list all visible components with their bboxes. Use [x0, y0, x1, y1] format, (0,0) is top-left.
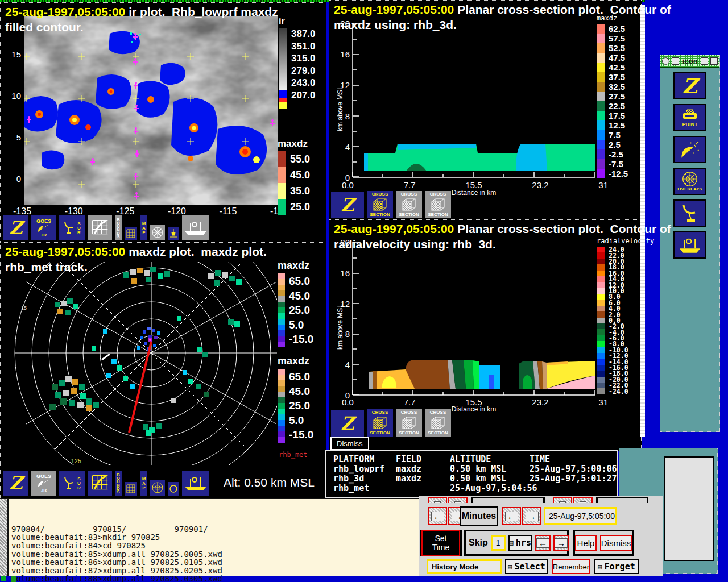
cell-time: 25-Aug-97,5:01:27: [530, 474, 617, 484]
overlays-web-button[interactable]: [150, 479, 166, 496]
small-grid-button[interactable]: [124, 226, 138, 241]
colorbar-swatch: [597, 169, 605, 178]
colorbar-swatch: [278, 409, 285, 414]
small-grid-button[interactable]: [124, 481, 138, 496]
map-button[interactable]: MAP: [139, 215, 148, 241]
colorbar-value: 207.0: [291, 90, 316, 101]
xsec-maxdz-window: 25-aug-1997,05:05:00 Planar cross-sectio…: [329, 0, 642, 221]
overlays-web-button[interactable]: [150, 224, 166, 241]
colorbar-value: 55.0: [290, 153, 310, 165]
goes-ir-button[interactable]: GOES .IR: [31, 470, 57, 496]
plot-time: 25-aug-1997,05:05:00: [334, 222, 454, 235]
dismiss-button[interactable]: Dismiss: [600, 535, 632, 551]
minutes-back-button[interactable]: ←: [428, 507, 447, 525]
zebra-logo-button[interactable]: Z: [3, 215, 29, 241]
satellite-beam-icon: [680, 140, 700, 159]
map-button[interactable]: MAP: [139, 470, 148, 496]
window-maximize-icon[interactable]: [710, 57, 718, 65]
zebra-logo-button[interactable]: Z: [673, 72, 706, 99]
ship-button[interactable]: [181, 215, 210, 241]
colorbar-value: 45.0: [289, 290, 313, 302]
plot-time: 25-aug-1997,05:05:00: [5, 245, 125, 258]
colorbar-value: 45.0: [289, 385, 313, 398]
minutes-step-forward-button[interactable]: →: [522, 507, 541, 525]
terminal-scrollbar[interactable]: [0, 499, 9, 576]
cross-section-button-active[interactable]: CROSS SECTION: [366, 409, 394, 437]
window-iconify-icon[interactable]: [672, 57, 679, 65]
colorbar-swatch: [278, 273, 285, 279]
bounds-button[interactable]: BOUNDS: [114, 215, 122, 241]
colorbar-swatch: [278, 397, 285, 403]
map-label: MAP: [142, 221, 146, 235]
colorbar-value: -15.0: [289, 429, 313, 441]
cross-section-button-active[interactable]: CROSS SECTION: [366, 190, 394, 219]
colorbar-swatch: [597, 43, 605, 53]
select-menu-button[interactable]: ▤Select: [505, 559, 548, 574]
printer-icon: [681, 109, 698, 122]
ir-maxdz-colorbar: maxdz 55.0 45.0 35.0: [278, 138, 310, 215]
radar-button[interactable]: [673, 199, 706, 227]
remember-button[interactable]: Remember: [552, 559, 590, 574]
satellite-button[interactable]: [673, 136, 706, 163]
xsec1-plot: [352, 23, 595, 178]
colorbar-swatch: [278, 437, 285, 443]
y-tick-label: 8: [336, 111, 350, 121]
time-field[interactable]: 25-Aug-97,5:05:00: [544, 507, 617, 525]
minutes-step-back-button[interactable]: ←: [502, 507, 521, 525]
cross-section-button[interactable]: CROSS SECTION: [395, 409, 423, 437]
colorbar-value: 25.0: [289, 400, 313, 412]
window-menu-icon[interactable]: [662, 57, 669, 65]
overlays-button[interactable]: OVERLAYS: [673, 168, 706, 195]
history-mode-field[interactable]: History Mode: [427, 559, 502, 574]
cross-section-button[interactable]: CROSS SECTION: [395, 190, 423, 219]
window-resize-icon[interactable]: [701, 57, 708, 65]
colorbar-values: 65.045.025.05.0-15.0: [289, 371, 313, 441]
table-header: PLATFORM: [333, 455, 396, 464]
colorbar-swatch: [278, 369, 285, 375]
skip-forward-button[interactable]: →: [553, 535, 569, 551]
circle-button[interactable]: [167, 481, 180, 496]
zebra-logo-button[interactable]: Z: [3, 470, 29, 496]
zebra-logo-button[interactable]: Z: [330, 192, 365, 219]
skip-units-menu[interactable]: ▤hrs: [508, 535, 532, 551]
grid-overlay-button[interactable]: [88, 470, 113, 496]
help-button[interactable]: Help: [575, 535, 597, 551]
skip-back-button[interactable]: ←: [535, 535, 551, 551]
colorbar-swatch: [278, 151, 286, 167]
print-button[interactable]: PRINT: [673, 104, 706, 131]
bounds-button[interactable]: BOUNDS: [114, 470, 122, 496]
help-dismiss-group: Help Dismiss: [573, 530, 634, 556]
ir-colorbar: ir 387.0351.0315.0279.0243.0207.0: [279, 16, 316, 109]
skip-field[interactable]: 1: [491, 535, 506, 551]
set-time-button[interactable]: Set Time: [421, 530, 460, 556]
sur-radar-button[interactable]: SUR: [59, 215, 86, 241]
sur-radar-button[interactable]: SUR: [59, 470, 86, 496]
colorbar-swatch: [597, 347, 605, 353]
icon-window-titlebar[interactable]: icon: [660, 55, 719, 68]
cube-icon: [431, 416, 445, 430]
cell-time: [530, 484, 617, 493]
y-tick-label: 16: [336, 268, 350, 278]
colorbar-value: 5.0: [289, 319, 313, 331]
colorbar-value: 27.5: [609, 92, 625, 101]
ship-button[interactable]: [181, 470, 210, 496]
colorbar-swatch: [597, 130, 605, 140]
circle-icon: [169, 484, 178, 493]
satellite-dish-icon: [38, 224, 50, 233]
cross-section-button[interactable]: CROSS SECTION: [424, 409, 452, 437]
dismiss-button[interactable]: Dismiss: [330, 437, 369, 450]
ship-button[interactable]: [673, 231, 706, 259]
cross-section-button[interactable]: CROSS SECTION: [424, 190, 452, 219]
xsec2-title-line2: radialvelocity using: rhb_3d.: [334, 238, 496, 251]
xsec2-y-ticks: 201612840: [336, 238, 350, 400]
zebra-logo-button[interactable]: Z: [330, 410, 365, 437]
y-tick-label: 4: [336, 360, 350, 369]
x-tick-label: 31: [598, 397, 608, 407]
grid-overlay-button[interactable]: [88, 215, 113, 241]
overlays-label: OVERLAYS: [677, 187, 702, 192]
goes-ir-button[interactable]: GOES .IR: [31, 215, 57, 241]
terminal-output[interactable]: 970804/ 970815/ 970901/volume:beaufait:8…: [11, 500, 222, 582]
buoy-button[interactable]: [167, 226, 180, 241]
forget-menu-button[interactable]: ▤Forget: [594, 559, 639, 574]
colorbar-value: 7.5: [609, 130, 621, 140]
